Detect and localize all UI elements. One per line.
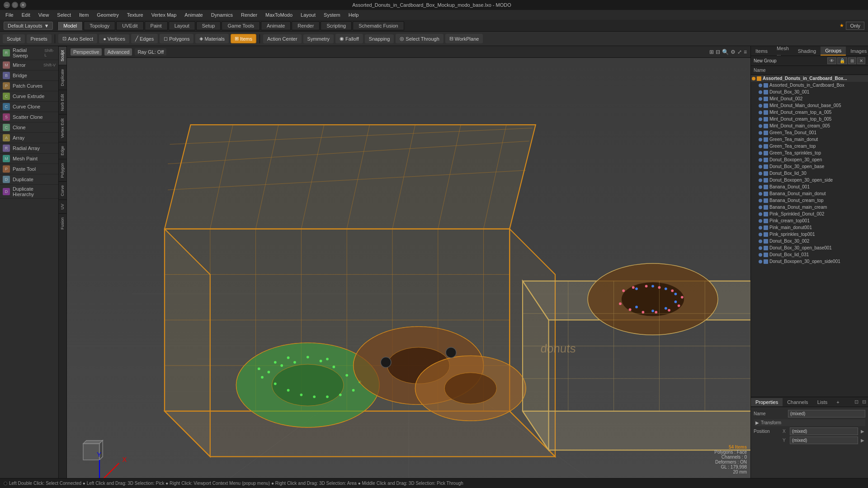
position-x-arrow[interactable]: ▶ [860, 428, 865, 434]
scene-item-4[interactable]: Mint_Donut_Main_donut_base_005 [751, 102, 868, 109]
menu-item-view[interactable]: View [35, 11, 53, 19]
only-button[interactable]: Only [846, 22, 864, 30]
groups-vis-btn-2[interactable]: 🔒 [837, 57, 847, 64]
vertices-button[interactable]: ● Vertices [99, 34, 129, 43]
falloff-button[interactable]: ◉ Falloff [335, 34, 363, 43]
right-tab-items[interactable]: Items [751, 47, 772, 55]
right-tab-images[interactable]: Images [846, 47, 868, 55]
tool-item-array[interactable]: AArray [0, 133, 58, 143]
groups-vis-btn-4[interactable]: ✕ [857, 57, 865, 64]
scene-item-17[interactable]: Banana_Donut_main_donut [751, 190, 868, 197]
scene-item-0[interactable]: Assorted_Donuts_in_Cardboard_Box... [751, 75, 868, 82]
layout-tab-topology[interactable]: Topology [84, 21, 115, 30]
layout-tab-paint[interactable]: Paint [145, 21, 168, 30]
side-vtab-duplicate[interactable]: Duplicate [59, 65, 66, 90]
tool-item-radial-sweep[interactable]: RRadial SweepShift-L [0, 46, 58, 60]
scene-item-20[interactable]: Pink_Sprinkled_Donut_002 [751, 211, 868, 217]
select-through-button[interactable]: ◎ Select Through [396, 34, 443, 43]
close-button[interactable]: ✕ [20, 2, 26, 8]
scene-item-14[interactable]: Donut_Box_lid_30 [751, 170, 868, 177]
groups-vis-btn-3[interactable]: ⊞ [848, 57, 856, 64]
side-vtab-curve[interactable]: Curve [59, 181, 66, 200]
layout-tab-setup[interactable]: Setup [196, 21, 221, 30]
perspective-label[interactable]: Perspective [71, 48, 102, 56]
tool-item-clone[interactable]: CClone [0, 122, 58, 133]
side-vtab-norb-edit[interactable]: Norb Edit [59, 90, 66, 115]
scene-item-8[interactable]: Green_Tea_Donut_001 [751, 129, 868, 136]
menu-item-help[interactable]: Help [345, 11, 363, 19]
scene-item-18[interactable]: Banana_Donut_cream_top [751, 197, 868, 204]
viewport-expand-icon[interactable]: ⤢ [737, 49, 742, 55]
tool-item-duplicate-hierarchy[interactable]: DDuplicate Hierarchy [0, 185, 58, 199]
ray-gl-label[interactable]: Ray GL: Off [135, 48, 166, 56]
layout-tab-model[interactable]: Model [57, 21, 83, 30]
scene-item-11[interactable]: Green_Tea_sprinkles_top [751, 150, 868, 156]
tool-item-patch-curves[interactable]: PPatch Curves [0, 81, 58, 91]
layout-tab-scripting[interactable]: Scripting [321, 21, 352, 30]
materials-button[interactable]: ◈ Materials [195, 34, 229, 43]
viewport-zoom-icon[interactable]: 🔍 [722, 49, 729, 55]
sculpt-button[interactable]: Sculpt [3, 34, 25, 43]
side-vtab-sculpt[interactable]: Sculpt [59, 46, 66, 65]
menu-item-file[interactable]: File [2, 11, 17, 19]
maximize-button[interactable]: □ [12, 2, 18, 8]
scene-item-25[interactable]: Donut_Box_30_open_base001 [751, 244, 868, 251]
symmetry-button[interactable]: Symmetry [303, 34, 334, 43]
position-x-input[interactable] [790, 427, 858, 435]
layout-tab-uvedit[interactable]: UVEdit [116, 21, 143, 30]
scene-item-27[interactable]: Donut_Boxopen_30_open_side001 [751, 258, 868, 265]
layout-tab-game-tools[interactable]: Game Tools [222, 21, 260, 30]
props-icon-btn-1[interactable]: ⊟ [860, 398, 868, 406]
tool-item-mesh-paint[interactable]: MMesh Paint [0, 154, 58, 164]
workplane-button[interactable]: ⊟ WorkPlane [445, 34, 483, 43]
scene-item-26[interactable]: Donut_Box_lid_031 [751, 251, 868, 258]
side-vtab-uv[interactable]: UV [59, 200, 66, 213]
scene-item-23[interactable]: Pink_sprinkles_top001 [751, 231, 868, 238]
scene-item-15[interactable]: Donut_Boxopen_30_open_side [751, 177, 868, 183]
scene-item-10[interactable]: Green_Tea_cream_top [751, 143, 868, 150]
viewport-settings-icon[interactable]: ⚙ [731, 49, 736, 55]
tool-item-scatter-clone[interactable]: SScatter Clone [0, 112, 58, 122]
menu-item-edit[interactable]: Edit [18, 11, 34, 19]
scene-item-12[interactable]: Donut_Boxopen_30_open [751, 156, 868, 163]
auto-select-button[interactable]: ⊡ Auto Select [58, 34, 97, 43]
presets-button[interactable]: Presets [27, 34, 52, 43]
right-tab-shading[interactable]: Shading [793, 47, 821, 55]
scene-item-19[interactable]: Banana_Donut_main_cream [751, 204, 868, 211]
scene-item-21[interactable]: Pink_cream_top001 [751, 217, 868, 224]
scene-item-16[interactable]: Banana_Donut_001 [751, 183, 868, 190]
props-icon-btn-0[interactable]: ⊡ [853, 398, 860, 406]
right-tab-groups[interactable]: Groups [821, 47, 846, 56]
tool-item-curve-clone[interactable]: CCurve Clone [0, 102, 58, 112]
menu-item-vertex-map[interactable]: Vertex Map [148, 11, 180, 19]
side-vtab-fusion[interactable]: Fusion [59, 213, 66, 233]
viewport-icon-1[interactable]: ⊞ [709, 49, 714, 55]
scene-item-13[interactable]: Donut_Box_30_open_base [751, 163, 868, 170]
advanced-label[interactable]: Advanced [104, 48, 132, 56]
side-vtab-edge[interactable]: Edge [59, 142, 66, 159]
tool-item-radial-array[interactable]: RRadial Array [0, 143, 58, 154]
viewport-icon-2[interactable]: ⊟ [716, 49, 720, 55]
menu-item-texture[interactable]: Texture [123, 11, 147, 19]
menu-item-render[interactable]: Render [237, 11, 261, 19]
position-y-arrow[interactable]: ▶ [860, 437, 865, 443]
scene-item-9[interactable]: Green_Tea_main_donut [751, 136, 868, 143]
snapping-button[interactable]: Snapping [365, 34, 394, 43]
tool-item-mirror[interactable]: MMirrorShift-V [0, 60, 58, 70]
edges-button[interactable]: ╱ Edges [131, 34, 158, 43]
menu-item-dynamics[interactable]: Dynamics [208, 11, 236, 19]
minimize-button[interactable]: ─ [4, 2, 10, 8]
menu-item-layout[interactable]: Layout [297, 11, 319, 19]
menu-item-geometry[interactable]: Geometry [93, 11, 122, 19]
menu-item-system[interactable]: System [320, 11, 344, 19]
props-tab-lists[interactable]: Lists [813, 398, 832, 406]
right-tab-mesh-[interactable]: Mesh ... [772, 44, 793, 58]
menu-item-item[interactable]: Item [75, 11, 92, 19]
side-vtab-polygon[interactable]: Polygon [59, 159, 66, 182]
scene-item-7[interactable]: Mint_Donut_main_cream_005 [751, 122, 868, 129]
scene-item-6[interactable]: Mint_Donut_cream_top_b_005 [751, 116, 868, 122]
polygons-button[interactable]: ◻ Polygons [160, 34, 193, 43]
scene-item-22[interactable]: Pink_main_donut001 [751, 224, 868, 231]
action-center-button[interactable]: Action Center [263, 34, 302, 43]
name-prop-input[interactable] [788, 410, 865, 418]
